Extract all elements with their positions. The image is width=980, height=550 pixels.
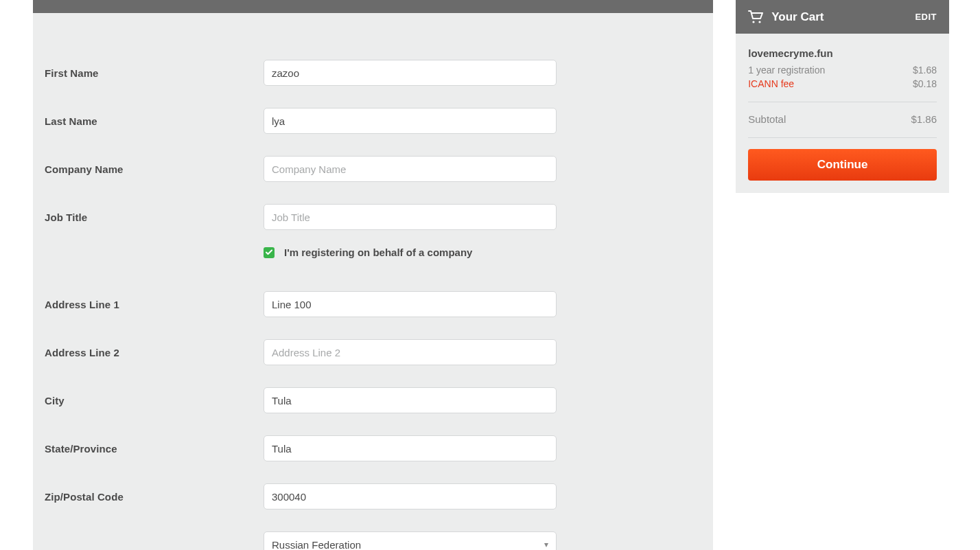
form-panel: First Name Last Name Company Name Job Ti… [33,0,713,550]
address2-input[interactable] [264,339,557,365]
cart-edit-link[interactable]: EDIT [915,12,937,22]
divider [748,102,937,102]
address1-label: Address Line 1 [45,299,264,310]
cart-fee-price: $0.18 [913,78,937,89]
top-bar [33,0,713,13]
cart-subtotal-label: Subtotal [748,113,786,125]
state-label: State/Province [45,443,264,455]
check-icon [266,249,272,255]
first-name-label: First Name [45,67,264,79]
continue-button[interactable]: Continue [748,149,937,181]
cart-reg-price: $1.68 [913,65,937,76]
address2-label: Address Line 2 [45,347,264,358]
zip-input[interactable] [264,483,557,509]
cart-icon [748,10,763,24]
city-input[interactable] [264,387,557,413]
company-checkbox-label: I'm registering on behalf of a company [284,247,472,258]
cart-reg-label: 1 year registration [748,65,825,76]
company-checkbox[interactable] [264,247,275,258]
city-label: City [45,395,264,406]
cart-domain: lovemecryme.fun [748,47,937,59]
cart-fee-label: ICANN fee [748,78,794,89]
address1-input[interactable] [264,291,557,317]
state-input[interactable] [264,435,557,461]
svg-point-0 [753,21,755,23]
company-name-label: Company Name [45,163,264,175]
first-name-input[interactable] [264,60,557,86]
chevron-down-icon: ▾ [544,540,548,549]
job-title-label: Job Title [45,211,264,223]
job-title-input[interactable] [264,204,557,230]
cart-panel: Your Cart EDIT lovemecryme.fun 1 year re… [736,0,949,550]
country-value: Russian Federation [272,539,361,551]
cart-subtotal-price: $1.86 [911,113,937,125]
divider [748,137,937,138]
country-select[interactable]: Russian Federation ▾ [264,531,557,550]
last-name-input[interactable] [264,108,557,134]
svg-point-1 [759,21,761,23]
zip-label: Zip/Postal Code [45,491,264,503]
cart-title: Your Cart [771,10,824,24]
company-name-input[interactable] [264,156,557,182]
last-name-label: Last Name [45,115,264,127]
